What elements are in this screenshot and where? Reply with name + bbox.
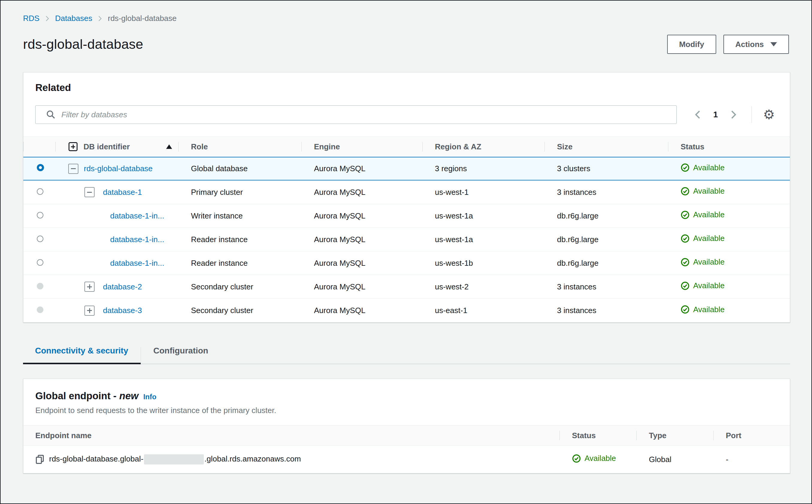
db-identifier-wrap: database-1-in...	[55, 259, 164, 268]
row-radio-cell	[23, 259, 55, 268]
row-radio[interactable]	[37, 283, 43, 289]
related-card-head: Related 1 ⚙	[23, 72, 790, 124]
modify-button[interactable]: Modify	[667, 35, 716, 54]
db-identifier-link[interactable]: database-1	[103, 188, 142, 197]
current-page-number: 1	[713, 110, 718, 119]
status-cell: Available	[668, 257, 790, 269]
table-row[interactable]: database-1 Primary cluster Aurora MySQL …	[23, 180, 790, 204]
db-identifier-wrap: database-2	[55, 282, 142, 292]
db-identifier-link[interactable]: rds-global-database	[84, 164, 153, 173]
endpoint-port-cell: -	[713, 455, 790, 464]
row-radio-cell	[23, 235, 55, 244]
size-cell: 3 instances	[544, 188, 668, 197]
chevron-right-icon	[730, 110, 737, 119]
row-radio-cell	[23, 188, 55, 197]
table-row[interactable]: database-2 Secondary cluster Aurora MySQ…	[23, 275, 790, 299]
table-row[interactable]: database-1-in... Writer instance Aurora …	[23, 204, 790, 228]
engine-cell: Aurora MySQL	[301, 282, 422, 292]
status-badge: Available	[681, 305, 725, 314]
related-databases-table: DB identifier Role Engine Region & AZ Si…	[23, 136, 790, 322]
row-radio[interactable]	[37, 212, 43, 218]
collapse-all-icon[interactable]	[69, 142, 78, 151]
check-circle-icon	[681, 210, 690, 219]
row-radio[interactable]	[37, 188, 43, 195]
caret-down-icon	[770, 42, 777, 46]
table-row[interactable]: database-3 Secondary cluster Aurora MySQ…	[23, 299, 790, 322]
page-header: rds-global-database Modify Actions	[23, 34, 789, 55]
chevron-right-icon	[45, 16, 50, 22]
endpoint-row: rds-global-database.global-.global.rds.a…	[23, 446, 790, 473]
db-identifier-link[interactable]: database-1-in...	[110, 235, 164, 244]
row-radio-cell	[23, 164, 55, 173]
check-circle-icon	[681, 305, 690, 314]
engine-cell: Aurora MySQL	[301, 259, 422, 268]
breadcrumb-link-rds[interactable]: RDS	[23, 14, 40, 23]
status-text: Available	[693, 305, 725, 314]
db-identifier-cell: database-1-in...	[55, 251, 178, 275]
status-text: Available	[693, 210, 725, 219]
region-az-cell: 3 regions	[422, 164, 544, 173]
table-body: rds-global-database Global database Auro…	[23, 157, 790, 322]
db-identifier-link[interactable]: database-3	[103, 306, 142, 315]
info-link[interactable]: Info	[143, 393, 157, 401]
db-identifier-link[interactable]: database-2	[103, 282, 142, 291]
tab-configuration[interactable]: Configuration	[141, 346, 221, 364]
column-header-size: Size	[544, 137, 668, 157]
status-badge: Available	[681, 257, 725, 267]
settings-gear-icon[interactable]: ⚙	[762, 108, 776, 121]
rds-console-page: RDS Databases rds-global-database rds-gl…	[1, 14, 811, 473]
expand-toggle[interactable]	[84, 306, 95, 316]
detail-tabs: Connectivity & security Configuration	[23, 346, 790, 364]
filter-databases-input[interactable]	[61, 110, 670, 119]
tab-connectivity-security[interactable]: Connectivity & security	[23, 346, 141, 364]
row-radio[interactable]	[37, 236, 43, 242]
next-page-button[interactable]	[728, 108, 739, 121]
redacted-text-block	[144, 454, 204, 464]
check-circle-icon	[681, 281, 690, 290]
previous-page-button[interactable]	[692, 108, 703, 121]
column-header-endpoint-name: Endpoint name	[23, 426, 559, 445]
expand-toggle[interactable]	[84, 282, 95, 292]
search-icon	[46, 110, 56, 120]
expand-toggle[interactable]	[68, 164, 78, 174]
expand-toggle[interactable]	[84, 187, 95, 197]
breadcrumb-link-databases[interactable]: Databases	[55, 14, 92, 23]
status-text: Available	[693, 257, 725, 267]
status-badge: Available	[681, 281, 725, 290]
engine-cell: Aurora MySQL	[301, 164, 422, 173]
filter-box	[35, 105, 677, 124]
column-header-db-identifier[interactable]: DB identifier	[55, 137, 178, 157]
chevron-right-icon	[98, 16, 102, 22]
size-cell: 3 instances	[544, 306, 668, 315]
global-endpoint-head: Global endpoint - new Info Endpoint to s…	[23, 379, 790, 425]
status-cell: Available	[668, 305, 790, 316]
row-radio[interactable]	[37, 306, 43, 313]
status-badge: Available	[681, 234, 725, 243]
row-radio[interactable]	[37, 164, 44, 171]
row-radio-cell	[23, 282, 55, 292]
row-radio[interactable]	[37, 259, 43, 266]
db-identifier-link[interactable]: database-1-in...	[110, 259, 164, 268]
sort-ascending-icon	[166, 145, 172, 149]
db-identifier-wrap: database-1-in...	[55, 235, 164, 244]
status-cell: Available	[668, 281, 790, 292]
table-row[interactable]: database-1-in... Reader instance Aurora …	[23, 251, 790, 275]
size-cell: db.r6g.large	[544, 235, 668, 244]
role-cell: Reader instance	[178, 235, 301, 244]
status-badge: Available	[572, 454, 616, 463]
table-row[interactable]: database-1-in... Reader instance Aurora …	[23, 228, 790, 251]
region-az-cell: us-west-1	[422, 188, 544, 197]
engine-cell: Aurora MySQL	[301, 235, 422, 244]
db-identifier-wrap: database-3	[55, 306, 142, 315]
db-identifier-link[interactable]: database-1-in...	[110, 211, 164, 220]
actions-button[interactable]: Actions	[723, 35, 789, 54]
copy-icon[interactable]	[35, 455, 44, 464]
engine-cell: Aurora MySQL	[301, 306, 422, 315]
db-identifier-cell: database-1-in...	[55, 204, 178, 227]
column-header-status: Status	[668, 137, 790, 157]
db-identifier-wrap: database-1	[55, 188, 142, 197]
role-cell: Secondary cluster	[178, 282, 301, 292]
table-row[interactable]: rds-global-database Global database Auro…	[23, 157, 790, 180]
row-radio-cell	[23, 306, 55, 315]
status-cell: Available	[668, 210, 790, 221]
